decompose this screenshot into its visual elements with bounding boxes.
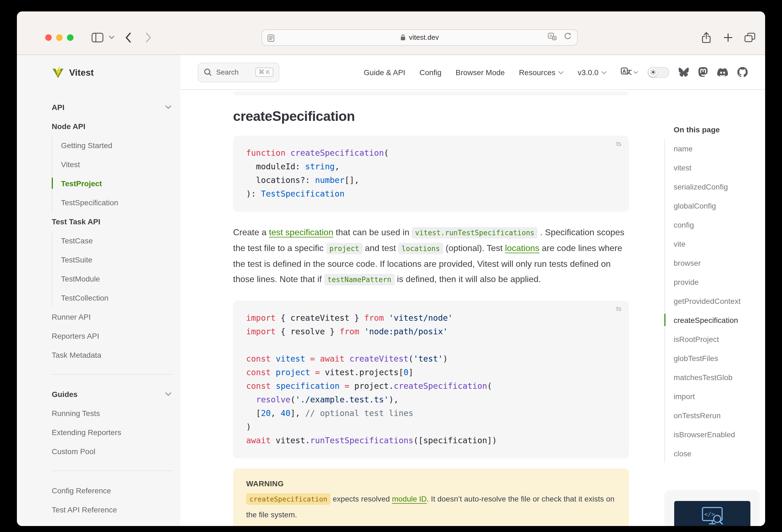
sidebar-item-testmodule[interactable]: TestModule [61, 269, 173, 288]
translations-menu[interactable]: A [621, 68, 638, 77]
new-tab-button[interactable] [720, 30, 736, 45]
inline-code-link[interactable]: testNamePattern [324, 274, 395, 285]
outline-link-getprovidedcontext[interactable]: getProvidedContext [674, 291, 765, 310]
sidebar-item-running-tests[interactable]: Running Tests [52, 403, 173, 423]
code-token: 'test' [413, 354, 443, 364]
search-button[interactable]: Search ⌘ K [198, 62, 279, 82]
theme-toggle-knob [648, 68, 657, 76]
sidebar-item-reporters-api[interactable]: Reporters API [52, 326, 173, 345]
svg-text:A: A [549, 33, 552, 38]
bluesky-link[interactable] [679, 68, 689, 77]
code-token: number [315, 175, 345, 185]
nav-dropdown-resources[interactable]: Resources [519, 68, 564, 76]
sidebar-item-getting-started[interactable]: Getting Started [61, 136, 173, 155]
outline-link-globalconfig[interactable]: globalConfig [674, 196, 765, 215]
sidebar-toggle-button[interactable] [90, 30, 105, 45]
tab-group-chevron[interactable] [106, 35, 117, 39]
outline-link-close[interactable]: close [674, 444, 765, 463]
code-token [246, 395, 256, 404]
address-bar[interactable]: vitest.dev A [261, 29, 578, 45]
sidebar-item-extending-reporters[interactable]: Extending Reporters [52, 423, 173, 441]
outline-link-browser[interactable]: browser [674, 253, 765, 272]
inline-link[interactable]: locations [505, 243, 539, 253]
tab-overview-button[interactable] [742, 30, 757, 45]
sidebar-item-testsuite[interactable]: TestSuite [61, 250, 173, 269]
reload-icon[interactable] [564, 32, 572, 42]
sidebar-item-custom-pool[interactable]: Custom Pool [52, 441, 173, 461]
sidebar-item-runner-api[interactable]: Runner API [52, 307, 173, 326]
discord-link[interactable] [717, 68, 728, 76]
translate-icon[interactable]: A [548, 32, 557, 42]
search-shortcut: ⌘ K [255, 68, 273, 77]
sidebar-item-testproject-active[interactable]: TestProject [61, 174, 173, 193]
sidebar-item-testspecification[interactable]: TestSpecification [61, 193, 173, 212]
code-token: [], [345, 175, 359, 185]
sidebar-nav: API Node API Getting Started Vitest Test… [52, 90, 173, 519]
code-token: from [340, 327, 359, 336]
outline-link-isbrowserenabled[interactable]: isBrowserEnabled [674, 425, 765, 444]
inline-code-link[interactable]: locations [398, 243, 443, 254]
minimize-window-button[interactable] [56, 34, 63, 41]
forward-button[interactable] [141, 30, 156, 45]
back-button[interactable] [120, 30, 136, 45]
chevron-down-icon [558, 71, 564, 74]
code-token: = [315, 367, 320, 377]
code-token: ) [443, 354, 448, 364]
code-token: createVitest [349, 354, 408, 364]
translations-icon: A [621, 68, 632, 77]
github-link[interactable] [737, 67, 748, 77]
site-logo[interactable]: Vitest [52, 55, 173, 90]
outline-link-serializedconfig[interactable]: serializedConfig [674, 177, 765, 196]
nav-dropdown-version[interactable]: v3.0.0 [578, 68, 607, 76]
browser-toolbar: vitest.dev A [17, 11, 765, 55]
sidebar-group-api[interactable]: API [52, 98, 173, 116]
code: function createSpecification( moduleId: … [233, 146, 629, 201]
code-token: = [345, 381, 349, 391]
inline-link[interactable]: module ID [392, 494, 427, 503]
outline-link-globtestfiles[interactable]: globTestFiles [674, 349, 765, 367]
sponsor-card[interactable]: </> [664, 490, 760, 526]
inline-code-link[interactable]: vitest.runTestSpecifications [412, 227, 537, 239]
zoom-window-button[interactable] [67, 34, 73, 41]
sidebar-item-testcollection[interactable]: TestCollection [61, 288, 173, 307]
sidebar-item-test-api-reference[interactable]: Test API Reference [52, 500, 173, 519]
code-token [384, 313, 389, 323]
share-button[interactable] [699, 30, 714, 45]
outline-link-vitest[interactable]: vitest [674, 158, 765, 177]
sidebar-item-task-metadata[interactable]: Task Metadata [52, 345, 173, 364]
inline-code-link[interactable]: project [326, 243, 363, 254]
outline-link-import[interactable]: import [674, 387, 765, 406]
chevron-right-icon [145, 32, 152, 43]
sidebar-item-testcase[interactable]: TestCase [61, 231, 173, 250]
sponsor-image: </> [674, 501, 750, 526]
sidebar-item-vitest[interactable]: Vitest [61, 155, 173, 174]
theme-toggle[interactable] [647, 67, 669, 78]
code-token: string [305, 162, 334, 172]
outline-link-ontestsrerun[interactable]: onTestsRerun [674, 406, 765, 425]
outline-link-createspecification-active[interactable]: createSpecification [674, 310, 765, 329]
outline-link-config[interactable]: config [674, 215, 765, 234]
code-token: // optional test lines [305, 409, 413, 418]
reader-icon[interactable] [268, 34, 275, 44]
tabs-icon [744, 32, 755, 42]
nav-link-guide-api[interactable]: Guide & API [364, 68, 405, 76]
close-window-button[interactable] [45, 34, 52, 41]
github-icon [737, 67, 748, 77]
outline-link-matchestestglob[interactable]: matchesTestGlob [674, 367, 765, 387]
sidebar-section-node-api[interactable]: Node API [52, 116, 173, 136]
inline-link[interactable]: test specification [269, 227, 333, 237]
outline-link-provide[interactable]: provide [674, 272, 765, 291]
nav-version-label: v3.0.0 [578, 68, 599, 76]
outline-link-isrootproject[interactable]: isRootProject [674, 329, 765, 349]
code-token: from [364, 313, 384, 323]
outline-link-vite[interactable]: vite [674, 234, 765, 253]
nav-link-browser-mode[interactable]: Browser Mode [456, 68, 505, 76]
sidebar-item-config-reference[interactable]: Config Reference [52, 481, 173, 500]
plus-icon [723, 32, 733, 42]
sidebar-group-guides[interactable]: Guides [52, 384, 173, 403]
outline-link-name[interactable]: name [674, 139, 765, 158]
sidebar-section-test-task-api[interactable]: Test Task API [52, 212, 173, 231]
code-token [310, 367, 315, 377]
nav-link-config[interactable]: Config [419, 68, 441, 76]
mastodon-link[interactable] [698, 67, 708, 77]
